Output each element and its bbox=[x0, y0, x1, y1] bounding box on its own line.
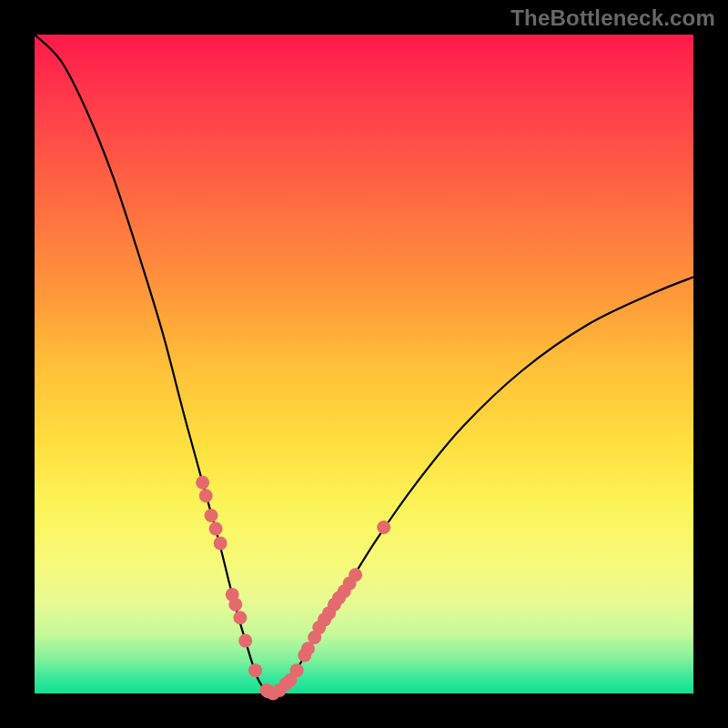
watermark-text: TheBottleneck.com bbox=[511, 5, 715, 31]
marker-point bbox=[209, 522, 223, 536]
marker-point bbox=[196, 476, 209, 490]
marker-point bbox=[205, 509, 218, 522]
marker-point bbox=[228, 598, 242, 612]
highlighted-points-right bbox=[290, 521, 391, 677]
marker-point bbox=[199, 489, 213, 502]
marker-point bbox=[233, 611, 247, 624]
marker-point bbox=[214, 536, 228, 550]
marker-point bbox=[290, 663, 304, 677]
marker-point bbox=[248, 663, 262, 677]
highlighted-points-left bbox=[196, 476, 297, 701]
marker-point bbox=[377, 521, 390, 534]
marker-point bbox=[238, 634, 252, 648]
marker-point bbox=[349, 568, 362, 581]
bottleneck-curve bbox=[35, 35, 693, 693]
chart-svg bbox=[35, 35, 693, 693]
chart-root: { "watermark": "TheBottleneck.com", "col… bbox=[0, 0, 728, 728]
